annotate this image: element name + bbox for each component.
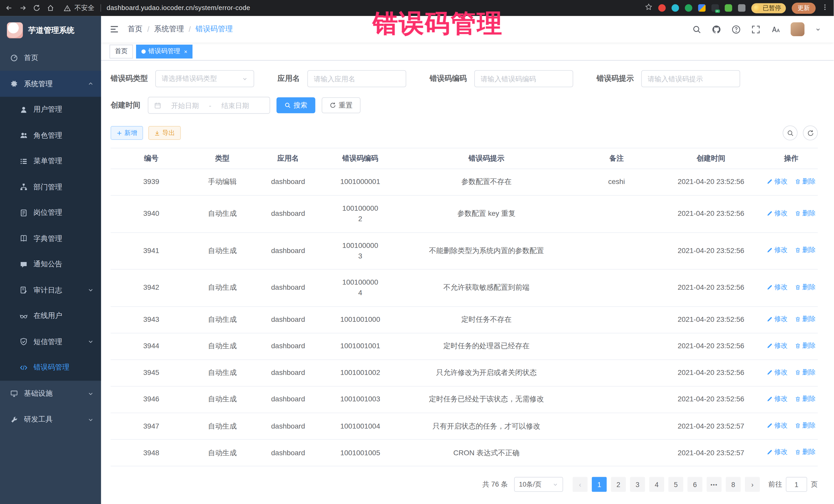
annotation-overlay: 错误码管理 (373, 7, 503, 41)
reload-icon[interactable] (33, 4, 40, 12)
edit-link[interactable]: 修改 (767, 447, 788, 457)
prev-page-button[interactable]: ‹ (573, 477, 588, 492)
sidebar-item-dev-tools[interactable]: 研发工具 (0, 407, 101, 433)
delete-link[interactable]: 删除 (795, 245, 816, 255)
page-button-6[interactable]: 6 (687, 477, 702, 492)
page-button-5[interactable]: 5 (668, 477, 683, 492)
edit-link[interactable]: 修改 (767, 282, 788, 292)
breadcrumb-item-home[interactable]: 首页 (128, 24, 142, 34)
delete-link[interactable]: 删除 (795, 209, 816, 218)
error-hint-input[interactable] (648, 75, 734, 83)
collapse-sidebar-icon[interactable] (110, 24, 119, 34)
edit-link[interactable]: 修改 (767, 394, 788, 404)
bookmark-star-icon[interactable] (644, 3, 652, 13)
breadcrumb-item-system[interactable]: 系统管理 (154, 24, 184, 34)
extension-icon[interactable] (698, 4, 705, 12)
page-button-2[interactable]: 2 (611, 477, 626, 492)
more-pages-button[interactable]: ••• (707, 477, 722, 492)
delete-link[interactable]: 删除 (795, 367, 816, 377)
page-size-select[interactable]: 10条/页 (514, 477, 563, 492)
edit-link[interactable]: 修改 (767, 314, 788, 324)
delete-link[interactable]: 删除 (795, 282, 816, 292)
edit-link[interactable]: 修改 (767, 177, 788, 187)
back-icon[interactable] (5, 4, 13, 12)
export-button[interactable]: 导出 (148, 126, 181, 140)
date-range-picker[interactable]: - (148, 97, 270, 114)
close-tab-icon[interactable]: × (184, 48, 187, 54)
edit-link[interactable]: 修改 (767, 209, 788, 218)
error-hint-input-wrap (641, 70, 740, 87)
page-button-3[interactable]: 3 (630, 477, 645, 492)
goto-page-input[interactable] (786, 477, 807, 492)
end-date-input[interactable] (215, 101, 256, 109)
address-bar[interactable]: 不安全 dashboard.yudao.iocoder.cn/system/er… (64, 3, 250, 12)
page-button-4[interactable]: 4 (649, 477, 664, 492)
extension-icon[interactable] (724, 4, 732, 12)
fullscreen-icon[interactable] (751, 25, 760, 34)
reset-button[interactable]: 重置 (322, 97, 360, 113)
sidebar-item-infra[interactable]: 基础设施 (0, 380, 101, 407)
sidebar-item-sms[interactable]: 短信管理 (0, 329, 101, 355)
chevron-down-icon[interactable] (815, 26, 821, 32)
refresh-table-icon[interactable] (803, 126, 818, 140)
sidebar-item-online-user[interactable]: 在线用户 (0, 303, 101, 329)
sidebar-item-menu[interactable]: 菜单管理 (0, 148, 101, 174)
sidebar-item-dict[interactable]: 字典管理 (0, 226, 101, 251)
user-avatar[interactable] (791, 22, 805, 36)
sidebar-item-system[interactable]: 系统管理 (0, 71, 101, 97)
page-button-8[interactable]: 8 (726, 477, 741, 492)
forward-icon[interactable] (19, 4, 27, 12)
sidebar-item-home[interactable]: 首页 (0, 45, 101, 71)
delete-link[interactable]: 删除 (795, 314, 816, 324)
github-icon[interactable] (712, 25, 721, 34)
cell-hint: CRON 表达式不正确 (397, 440, 576, 466)
search-icon[interactable] (692, 25, 701, 34)
cell-time: 2021-04-20 23:52:56 (657, 306, 765, 333)
edit-link[interactable]: 修改 (767, 421, 788, 431)
help-icon[interactable] (731, 25, 741, 34)
home-icon[interactable] (47, 4, 54, 12)
goto-page: 前往 页 (768, 477, 818, 492)
delete-link[interactable]: 删除 (795, 447, 816, 457)
app-name-input[interactable] (313, 75, 400, 83)
add-button[interactable]: 新增 (111, 126, 143, 140)
extension-icon[interactable] (658, 4, 665, 12)
cell-ops: 修改 删除 (765, 413, 818, 440)
sidebar-item-notice[interactable]: 通知公告 (0, 251, 101, 277)
tab-error-code[interactable]: 错误码管理 × (136, 44, 193, 58)
edit-link[interactable]: 修改 (767, 341, 788, 351)
edit-link[interactable]: 修改 (767, 367, 788, 377)
browser-update-button[interactable]: 更新 (792, 2, 815, 14)
extension-icon[interactable] (685, 4, 692, 12)
browser-menu-icon[interactable] (821, 3, 828, 13)
online-user-icon (19, 312, 28, 320)
cell-code: 1001001005 (323, 440, 397, 466)
tab-home[interactable]: 首页 (110, 44, 133, 58)
sidebar-item-post[interactable]: 岗位管理 (0, 200, 101, 225)
extension-icon[interactable]: on (711, 4, 719, 12)
col-remark: 备注 (576, 148, 657, 169)
delete-link[interactable]: 删除 (795, 421, 816, 431)
extensions-menu-icon[interactable] (738, 4, 745, 12)
sidebar-item-dept[interactable]: 部门管理 (0, 174, 101, 200)
delete-link[interactable]: 删除 (795, 341, 816, 351)
extension-icon[interactable] (671, 4, 679, 12)
delete-link[interactable]: 删除 (795, 177, 816, 187)
delete-link[interactable]: 删除 (795, 394, 816, 404)
search-button[interactable]: 搜索 (277, 97, 315, 113)
cell-type: 自动生成 (192, 333, 253, 360)
error-type-select[interactable]: 请选择错误码类型 (155, 70, 254, 87)
app-logo[interactable]: 芋道管理系统 (0, 16, 101, 45)
sidebar-item-role[interactable]: 角色管理 (0, 123, 101, 148)
page-button-1[interactable]: 1 (592, 477, 607, 492)
start-date-input[interactable] (164, 101, 206, 109)
show-search-icon[interactable] (783, 126, 797, 140)
next-page-button[interactable]: › (745, 477, 760, 492)
profile-paused-badge[interactable]: 已暂停 (751, 3, 786, 13)
sidebar-item-user[interactable]: 用户管理 (0, 97, 101, 123)
edit-link[interactable]: 修改 (767, 245, 788, 255)
sidebar-item-error-code[interactable]: 错误码管理 (0, 355, 101, 380)
sidebar-item-audit-log[interactable]: 审计日志 (0, 278, 101, 303)
font-size-icon[interactable] (771, 25, 780, 34)
error-code-input[interactable] (481, 75, 567, 83)
